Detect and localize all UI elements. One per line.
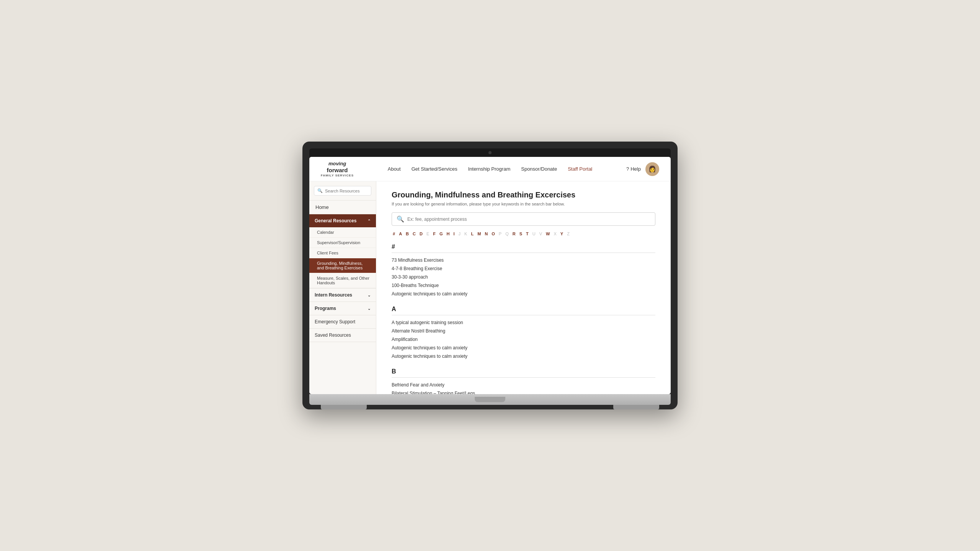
alpha-q[interactable]: Q: [504, 231, 510, 236]
divider-a: [392, 315, 655, 315]
alpha-n[interactable]: N: [483, 231, 489, 236]
sidebar-programs-header[interactable]: Programs ⌄: [309, 302, 376, 315]
resource-item[interactable]: Autogenic techniques to calm anxiety: [392, 344, 655, 352]
laptop-foot-left: [321, 405, 367, 409]
resource-item[interactable]: Autogenic techniques to calm anxiety: [392, 290, 655, 298]
help-label: Help: [630, 166, 641, 172]
resource-item[interactable]: 73 Mindfulness Exercises: [392, 256, 655, 264]
main-area: 🔍 Home General Resources ⌃ Calendar: [309, 181, 671, 394]
alpha-u[interactable]: U: [531, 231, 537, 236]
nav-internship[interactable]: Internship Program: [468, 166, 511, 172]
content-search-input[interactable]: [407, 217, 650, 222]
sidebar-general-header[interactable]: General Resources ⌃: [309, 214, 376, 227]
alpha-m[interactable]: M: [476, 231, 482, 236]
navbar-links: About Get Started/Services Internship Pr…: [388, 166, 593, 172]
divider-b: [392, 377, 655, 378]
chevron-down-icon: ⌄: [368, 293, 371, 297]
divider-hash: [392, 253, 655, 253]
alpha-e[interactable]: E: [425, 231, 430, 236]
nav-staff-portal[interactable]: Staff Portal: [568, 166, 592, 172]
sidebar-item-grounding[interactable]: Grounding, Mindfulness, and Breathing Ex…: [309, 258, 376, 273]
content-area: Grounding, Mindfulness and Breathing Exc…: [376, 181, 671, 394]
section-hash: # 73 Mindfulness Exercises 4-7-8 Breathi…: [392, 243, 655, 298]
sidebar-programs-label: Programs: [315, 306, 336, 311]
alpha-d[interactable]: D: [418, 231, 424, 236]
resource-item[interactable]: 100-Breaths Technique: [392, 281, 655, 290]
logo-line1: moving: [321, 161, 354, 167]
resource-item[interactable]: Alternate Nostril Breathing: [392, 327, 655, 335]
sidebar-item-measures[interactable]: Measure, Scales, and Other Handouts: [309, 273, 376, 288]
alpha-j[interactable]: J: [457, 231, 462, 236]
search-input[interactable]: [325, 189, 368, 193]
alpha-l[interactable]: L: [470, 231, 475, 236]
help-icon: ?: [626, 166, 629, 172]
alpha-k[interactable]: K: [463, 231, 468, 236]
alpha-r[interactable]: R: [511, 231, 517, 236]
page-title: Grounding, Mindfulness and Breathing Exc…: [392, 191, 655, 199]
alpha-c[interactable]: C: [412, 231, 417, 236]
sidebar-item-client-fees[interactable]: Client Fees: [309, 248, 376, 258]
sidebar-item-calendar[interactable]: Calendar: [309, 227, 376, 238]
navbar-right: ? Help 👩: [626, 162, 659, 176]
nav-get-started[interactable]: Get Started/Services: [412, 166, 457, 172]
resource-item[interactable]: 4-7-8 Breathing Exercise: [392, 264, 655, 273]
laptop-feet: [309, 405, 671, 409]
laptop-frame: moving forward FAMILY SERVICES About Get…: [302, 142, 678, 409]
resource-item[interactable]: Autogenic techniques to calm anxiety: [392, 352, 655, 360]
logo-text: moving forward FAMILY SERVICES: [321, 161, 354, 177]
alpha-w[interactable]: W: [545, 231, 551, 236]
alpha-b[interactable]: B: [405, 231, 410, 236]
alpha-y[interactable]: Y: [559, 231, 564, 236]
sidebar-emergency[interactable]: Emergency Support: [309, 315, 376, 329]
alpha-hash[interactable]: #: [392, 231, 396, 236]
nav-about[interactable]: About: [388, 166, 401, 172]
sidebar-intern-label: Intern Resources: [315, 292, 352, 298]
camera-bar: [309, 148, 671, 157]
sidebar-intern-header[interactable]: Intern Resources ⌄: [309, 289, 376, 302]
laptop-base: [309, 394, 671, 405]
search-box[interactable]: 🔍: [314, 186, 371, 196]
sidebar-item-supervisor[interactable]: Supervisor/Supervision: [309, 238, 376, 248]
sidebar: 🔍 Home General Resources ⌃ Calendar: [309, 181, 376, 394]
alpha-h[interactable]: H: [446, 231, 451, 236]
chevron-down-icon-2: ⌄: [368, 306, 371, 311]
sidebar-general-items: Calendar Supervisor/Supervision Client F…: [309, 227, 376, 288]
sidebar-section-intern: Intern Resources ⌄: [309, 289, 376, 302]
sidebar-saved[interactable]: Saved Resources: [309, 329, 376, 342]
alpha-s[interactable]: S: [518, 231, 523, 236]
laptop-foot-right: [613, 405, 659, 409]
alpha-z[interactable]: Z: [566, 231, 571, 236]
alpha-g[interactable]: G: [438, 231, 444, 236]
alpha-o[interactable]: O: [490, 231, 496, 236]
resource-item[interactable]: 30-3-30 approach: [392, 273, 655, 281]
sidebar-search: 🔍: [309, 181, 376, 201]
resource-item[interactable]: Amplification: [392, 335, 655, 344]
alpha-navigation: # A B C D E F G H I J K L M N: [392, 231, 655, 236]
help-button[interactable]: ? Help: [626, 166, 641, 172]
section-letter-hash: #: [392, 243, 655, 250]
alpha-p[interactable]: P: [498, 231, 503, 236]
alpha-x[interactable]: X: [552, 231, 557, 236]
sidebar-saved-label: Saved Resources: [315, 333, 351, 338]
nav-sponsor[interactable]: Sponsor/Donate: [521, 166, 557, 172]
camera: [488, 151, 492, 154]
alpha-a[interactable]: A: [398, 231, 403, 236]
laptop-screen: moving forward FAMILY SERVICES About Get…: [309, 157, 671, 394]
section-letter-b: B: [392, 368, 655, 375]
sidebar-home[interactable]: Home: [309, 201, 376, 214]
avatar[interactable]: 👩: [645, 162, 659, 176]
alpha-f[interactable]: F: [432, 231, 437, 236]
section-a: A A typical autogenic training session A…: [392, 306, 655, 360]
content-search-icon: 🔍: [397, 215, 404, 223]
page-subtitle: If you are looking for general informati…: [392, 202, 655, 206]
alpha-v[interactable]: V: [538, 231, 543, 236]
navbar: moving forward FAMILY SERVICES About Get…: [309, 157, 671, 181]
resource-item[interactable]: Bilateral Stimulation – Tapping Feet/Leg…: [392, 389, 655, 394]
sidebar-emergency-label: Emergency Support: [315, 319, 355, 324]
alpha-i[interactable]: I: [452, 231, 456, 236]
section-letter-a: A: [392, 306, 655, 313]
resource-item[interactable]: A typical autogenic training session: [392, 318, 655, 327]
resource-item[interactable]: Befriend Fear and Anxiety: [392, 381, 655, 389]
alpha-t[interactable]: T: [525, 231, 530, 236]
content-search-box[interactable]: 🔍: [392, 212, 655, 226]
